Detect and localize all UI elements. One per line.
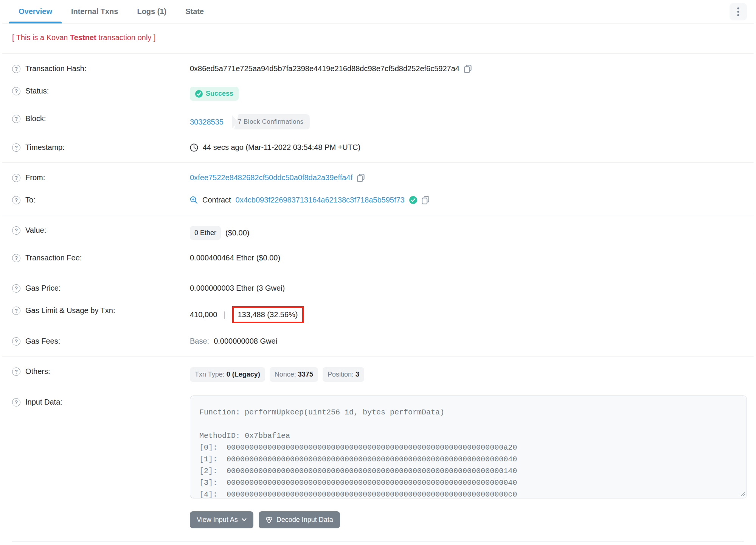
row-label-group: ? Transaction Fee: (12, 254, 190, 262)
row-label-group: ? From: (12, 173, 190, 182)
row-label-group: ? Gas Fees: (12, 337, 190, 346)
row-gas-limit-usage: ? Gas Limit & Usage by Txn: 410,000 | 13… (12, 299, 744, 330)
block-label: Block: (25, 114, 46, 123)
help-icon[interactable]: ? (12, 196, 20, 204)
resize-handle-icon[interactable] (740, 491, 745, 497)
row-value: ? Value: 0 Ether ($0.00) (12, 219, 744, 247)
view-input-as-button[interactable]: View Input As (190, 511, 253, 528)
help-icon[interactable]: ? (12, 87, 20, 95)
help-icon[interactable]: ? (12, 143, 20, 152)
row-gas-price: ? Gas Price: 0.000000003 Ether (3 Gwei) (12, 277, 744, 299)
magnifier-icon[interactable] (190, 196, 198, 204)
tab-internal-txns-label: Internal Txns (71, 7, 118, 16)
transaction-hash-value: 0x86ed5a771e725aa94d5b7fa2398e4419e216d8… (190, 64, 459, 73)
base-fee-value: 0.000000008 Gwei (214, 337, 277, 346)
copy-icon (422, 196, 429, 204)
copy-icon (357, 174, 365, 182)
warning-prefix: [ This is a Kovan (12, 33, 70, 42)
input-data-textarea[interactable]: Function: performUpkeep(uint256 id, byte… (190, 396, 747, 498)
gas-separator: | (222, 310, 227, 319)
input-data-word-0: [0]: 00000000000000000000000000000000000… (199, 442, 737, 453)
block-number-link[interactable]: 30328535 (190, 118, 224, 126)
gas-price-value: 0.000000003 Ether (3 Gwei) (190, 284, 285, 293)
row-label-group: ? Status: (12, 87, 190, 95)
chevron-down-icon (242, 518, 247, 522)
bottom-divider (12, 541, 744, 542)
section-others-input: ? Others: Txn Type: 0 (Legacy) Nonce: 33… (2, 357, 754, 536)
gas-limit-usage-label: Gas Limit & Usage by Txn: (25, 306, 115, 315)
nonce-badge: Nonce: 3375 (270, 367, 318, 382)
tab-logs-label: Logs (1) (137, 7, 166, 16)
clock-icon (190, 143, 198, 152)
view-input-as-label: View Input As (197, 516, 238, 524)
row-label-group: ? Transaction Hash: (12, 64, 190, 73)
more-options-button[interactable] (730, 3, 747, 20)
input-data-methodid-line: MethodID: 0x7bbaf1ea (199, 430, 737, 442)
row-others: ? Others: Txn Type: 0 (Legacy) Nonce: 33… (12, 360, 744, 389)
tab-bar: Overview Internal Txns Logs (1) State (2, 0, 754, 23)
tab-state[interactable]: State (176, 0, 213, 23)
nonce-label: Nonce: (275, 371, 296, 378)
row-label-group: ? Gas Price: (12, 284, 190, 293)
tab-logs[interactable]: Logs (1) (127, 0, 176, 23)
row-transaction-fee: ? Transaction Fee: 0.000400464 Ether ($0… (12, 247, 744, 269)
help-icon[interactable]: ? (12, 226, 20, 235)
kebab-menu-icon (737, 7, 739, 17)
gas-price-label: Gas Price: (25, 284, 61, 293)
row-input-data: ? Input Data: Function: performUpkeep(ui… (12, 389, 744, 505)
gas-usage-value: 133,488 (32.56%) (238, 310, 298, 319)
help-icon[interactable]: ? (12, 398, 20, 406)
copy-to-address-button[interactable] (422, 196, 429, 204)
help-icon[interactable]: ? (12, 65, 20, 73)
section-parties: ? From: 0xfee7522e8482682cf50ddc50a0f8da… (2, 163, 754, 215)
transaction-fee-value: 0.000400464 Ether ($0.00) (190, 254, 280, 262)
help-icon[interactable]: ? (12, 284, 20, 293)
row-label-group: ? Value: (12, 226, 190, 235)
from-address-link[interactable]: 0xfee7522e8482682cf50ddc50a0f8da2a39effa… (190, 173, 352, 182)
row-to: ? To: Contract 0x4cb093f226983713164a621… (12, 189, 744, 211)
check-circle-icon (195, 90, 203, 98)
position-label: Position: (328, 371, 354, 378)
usd-value: ($0.00) (225, 229, 249, 237)
warning-bold: Testnet (70, 33, 96, 42)
to-contract-address-link[interactable]: 0x4cb093f226983713164a62138c3f718a5b595f… (236, 196, 405, 204)
decode-input-data-label: Decode Input Data (276, 516, 333, 524)
tab-state-label: State (185, 7, 204, 16)
input-data-label: Input Data: (25, 398, 62, 406)
input-data-function-line: Function: performUpkeep(uint256 id, byte… (199, 406, 737, 418)
position-badge: Position: 3 (323, 367, 364, 382)
row-gas-fees: ? Gas Fees: Base: 0.000000008 Gwei (12, 330, 744, 352)
input-data-word-4: [4]: 00000000000000000000000000000000000… (199, 489, 737, 498)
nonce-value: 3375 (298, 371, 313, 378)
help-icon[interactable]: ? (12, 307, 20, 315)
section-gas: ? Gas Price: 0.000000003 Ether (3 Gwei) … (2, 273, 754, 357)
row-from: ? From: 0xfee7522e8482682cf50ddc50a0f8da… (12, 167, 744, 189)
others-label: Others: (25, 367, 50, 376)
transaction-overview-card: Overview Internal Txns Logs (1) State [ … (2, 0, 754, 545)
base-fee-label: Base: (190, 337, 209, 346)
help-icon[interactable]: ? (12, 337, 20, 346)
decode-input-data-button[interactable]: Decode Input Data (259, 511, 340, 528)
copy-from-address-button[interactable] (357, 174, 365, 182)
help-icon[interactable]: ? (12, 254, 20, 262)
row-block: ? Block: 30328535 7 Block Confirmations (12, 107, 744, 136)
gas-limit-value: 410,000 (190, 310, 217, 319)
tab-spacer (213, 0, 730, 23)
row-timestamp: ? Timestamp: 44 secs ago (Mar-11-2022 03… (12, 136, 744, 159)
row-status: ? Status: Success (12, 80, 744, 107)
timestamp-value: 44 secs ago (Mar-11-2022 03:54:48 PM +UT… (203, 143, 360, 152)
transaction-fee-label: Transaction Fee: (25, 254, 82, 262)
annotation-highlight-box: 133,488 (32.56%) (232, 306, 304, 323)
tab-internal-txns[interactable]: Internal Txns (62, 0, 127, 23)
copy-transaction-hash-button[interactable] (464, 65, 472, 73)
ether-value-badge: 0 Ether (190, 226, 221, 240)
help-icon[interactable]: ? (12, 115, 20, 123)
row-label-group: ? Timestamp: (12, 143, 190, 152)
copy-icon (464, 65, 472, 73)
from-label: From: (25, 173, 45, 182)
tab-overview[interactable]: Overview (9, 0, 62, 23)
help-icon[interactable]: ? (12, 174, 20, 182)
status-label: Status: (25, 87, 49, 95)
timestamp-label: Timestamp: (25, 143, 65, 152)
help-icon[interactable]: ? (12, 367, 20, 376)
